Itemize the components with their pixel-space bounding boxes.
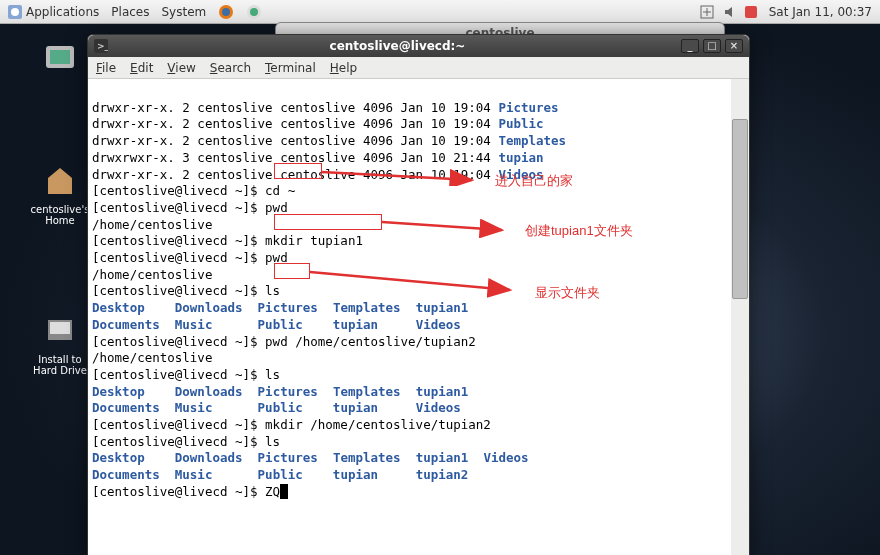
desktop-icon-home[interactable]: centoslive's Home	[30, 160, 90, 226]
annot-text-3: 显示文件夹	[535, 284, 600, 302]
window-title: centoslive@livecd:~	[114, 39, 681, 53]
annot-text-2: 创建tupian1文件夹	[525, 222, 633, 240]
terminal-icon: >_	[94, 39, 108, 53]
terminal-window: >_ centoslive@livecd:~ _ □ × File Edit V…	[87, 34, 750, 555]
app-icon[interactable]	[246, 4, 262, 20]
menu-file[interactable]: File	[96, 61, 116, 75]
desktop-top-panel: Applications Places System Sat Jan 11, 0…	[0, 0, 880, 24]
menu-terminal[interactable]: Terminal	[265, 61, 316, 75]
svg-point-3	[222, 8, 230, 16]
svg-rect-9	[50, 50, 70, 64]
menu-system[interactable]: System	[161, 4, 206, 20]
svg-rect-7	[745, 6, 757, 18]
clock[interactable]: Sat Jan 11, 00:37	[769, 5, 872, 19]
svg-point-1	[11, 8, 19, 16]
close-button[interactable]: ×	[725, 39, 743, 53]
menu-search[interactable]: Search	[210, 61, 251, 75]
menu-edit[interactable]: Edit	[130, 61, 153, 75]
svg-point-5	[250, 8, 258, 16]
title-bar[interactable]: >_ centoslive@livecd:~ _ □ ×	[88, 35, 749, 57]
svg-rect-11	[50, 322, 70, 334]
scrollbar-thumb[interactable]	[732, 119, 748, 299]
desktop-icon-install[interactable]: Install to Hard Drive	[30, 310, 90, 376]
desktop-icon-computer[interactable]	[30, 40, 90, 84]
annot-text-1: 进入自己的家	[495, 172, 573, 190]
maximize-button[interactable]: □	[703, 39, 721, 53]
terminal-output[interactable]: drwxr-xr-x. 2 centoslive centoslive 4096…	[88, 79, 749, 555]
volume-icon[interactable]	[721, 4, 737, 20]
menu-bar: File Edit View Search Terminal Help	[88, 57, 749, 79]
svg-text:>_: >_	[97, 41, 108, 51]
network-icon[interactable]	[699, 4, 715, 20]
menu-applications[interactable]: Applications	[8, 4, 99, 20]
minimize-button[interactable]: _	[681, 39, 699, 53]
update-icon[interactable]	[743, 4, 759, 20]
menu-help[interactable]: Help	[330, 61, 357, 75]
menu-view[interactable]: View	[167, 61, 195, 75]
menu-places[interactable]: Places	[111, 4, 149, 20]
firefox-icon[interactable]	[218, 4, 234, 20]
